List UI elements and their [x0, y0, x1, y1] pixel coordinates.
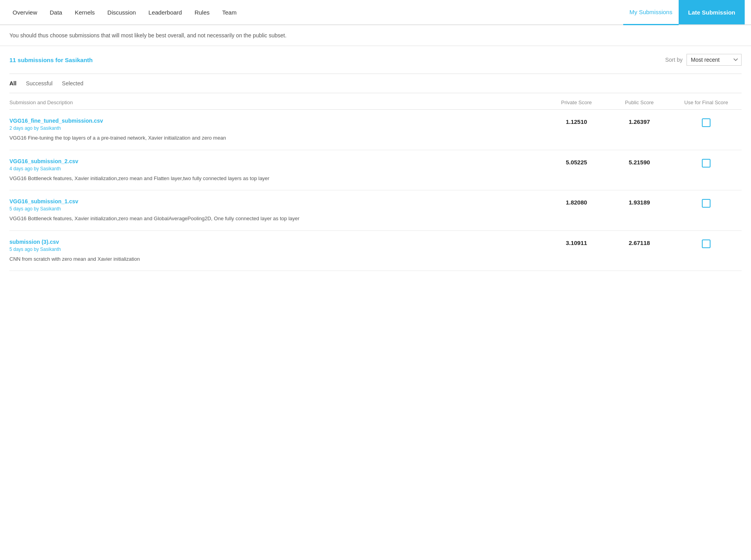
use-for-final-checkbox-2[interactable]	[702, 199, 711, 208]
sort-area: Sort by Most recent Best score Oldest fi…	[665, 54, 742, 66]
submission-meta-3: 5 days ago by Sasikanth	[9, 247, 545, 252]
submissions-table: Submission and Description Private Score…	[9, 93, 742, 271]
submissions-count: 11	[9, 57, 16, 63]
checkbox-cell-0	[671, 118, 742, 127]
table-row: VGG16_submission_2.csv 4 days ago by Sas…	[9, 150, 742, 191]
nav-item-my-submissions[interactable]: My Submissions	[623, 0, 679, 25]
submission-name-1[interactable]: VGG16_submission_2.csv	[9, 158, 78, 164]
submission-name-2[interactable]: VGG16_submission_1.csv	[9, 198, 78, 204]
nav-bar: Overview Data Kernels Discussion Leaderb…	[0, 0, 751, 25]
sort-label: Sort by	[665, 57, 683, 63]
th-submission: Submission and Description	[9, 99, 545, 105]
tab-successful[interactable]: Successful	[26, 79, 53, 87]
submission-name-3[interactable]: submission (3).csv	[9, 239, 59, 245]
info-banner: You should thus choose submissions that …	[0, 25, 751, 46]
private-score-1: 5.05225	[545, 158, 608, 166]
tabs: All Successful Selected	[9, 74, 742, 93]
submission-info-1: VGG16_submission_2.csv 4 days ago by Sas…	[9, 158, 545, 182]
submissions-header: 11 submissions for Sasikanth Sort by Mos…	[9, 46, 742, 74]
main-content: 11 submissions for Sasikanth Sort by Mos…	[0, 46, 751, 271]
tab-selected[interactable]: Selected	[62, 79, 83, 87]
tab-all[interactable]: All	[9, 79, 17, 87]
nav-item-overview[interactable]: Overview	[6, 0, 44, 24]
th-public-score: Public Score	[608, 99, 671, 105]
submission-info-3: submission (3).csv 5 days ago by Sasikan…	[9, 239, 545, 263]
submission-meta-0: 2 days ago by Sasikanth	[9, 125, 545, 131]
nav-item-kernels[interactable]: Kernels	[68, 0, 101, 24]
submission-desc-3: CNN from scratch with zero mean and Xavi…	[9, 255, 545, 263]
table-header: Submission and Description Private Score…	[9, 93, 742, 110]
table-row: submission (3).csv 5 days ago by Sasikan…	[9, 231, 742, 271]
public-score-0: 1.26397	[608, 118, 671, 125]
public-score-1: 5.21590	[608, 158, 671, 166]
use-for-final-checkbox-3[interactable]	[702, 239, 711, 248]
submission-desc-0: VGG16 Fine-tuning the top layers of a a …	[9, 134, 545, 142]
checkbox-cell-1	[671, 158, 742, 168]
checkbox-cell-2	[671, 198, 742, 208]
th-use-for-final: Use for Final Score	[671, 99, 742, 105]
info-banner-text: You should thus choose submissions that …	[9, 32, 287, 39]
submission-desc-1: VGG16 Bottleneck features, Xavier initia…	[9, 175, 545, 182]
submission-info-2: VGG16_submission_1.csv 5 days ago by Sas…	[9, 198, 545, 223]
submission-meta-1: 4 days ago by Sasikanth	[9, 166, 545, 171]
sort-select[interactable]: Most recent Best score Oldest first	[687, 54, 742, 66]
use-for-final-checkbox-0[interactable]	[702, 118, 711, 127]
nav-item-discussion[interactable]: Discussion	[101, 0, 142, 24]
table-row: VGG16_submission_1.csv 5 days ago by Sas…	[9, 190, 742, 231]
nav-item-data[interactable]: Data	[44, 0, 69, 24]
private-score-2: 1.82080	[545, 198, 608, 206]
nav-item-rules[interactable]: Rules	[188, 0, 216, 24]
late-submission-button[interactable]: Late Submission	[679, 0, 745, 24]
submissions-title: 11 submissions for Sasikanth	[9, 57, 93, 63]
submission-meta-2: 5 days ago by Sasikanth	[9, 206, 545, 212]
nav-item-team[interactable]: Team	[216, 0, 243, 24]
submission-desc-2: VGG16 Bottleneck features, Xavier initia…	[9, 215, 545, 223]
use-for-final-checkbox-1[interactable]	[702, 159, 711, 168]
submissions-count-label: submissions for	[18, 57, 63, 63]
table-row: VGG16_fine_tuned_submission.csv 2 days a…	[9, 110, 742, 150]
private-score-0: 1.12510	[545, 118, 608, 125]
nav-item-leaderboard[interactable]: Leaderboard	[142, 0, 188, 24]
submissions-user[interactable]: Sasikanth	[65, 57, 93, 63]
th-private-score: Private Score	[545, 99, 608, 105]
public-score-2: 1.93189	[608, 198, 671, 206]
checkbox-cell-3	[671, 239, 742, 248]
public-score-3: 2.67118	[608, 239, 671, 246]
private-score-3: 3.10911	[545, 239, 608, 246]
submission-info-0: VGG16_fine_tuned_submission.csv 2 days a…	[9, 118, 545, 142]
submission-name-0[interactable]: VGG16_fine_tuned_submission.csv	[9, 118, 103, 124]
